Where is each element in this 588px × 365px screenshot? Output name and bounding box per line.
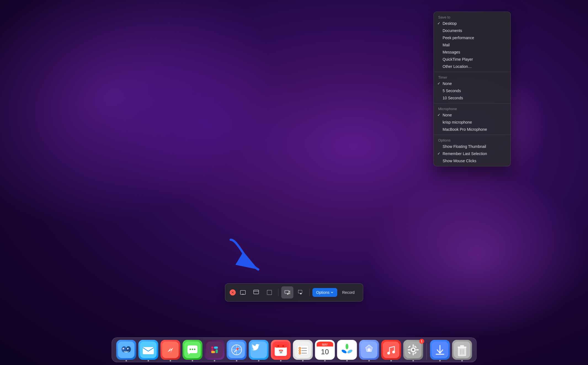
dock-app-spark[interactable]	[160, 340, 180, 360]
menu-item-mouse-clicks[interactable]: Show Mouse Clicks	[434, 157, 510, 164]
menu-item-floating-thumbnail[interactable]: Show Floating Thumbnail	[434, 143, 510, 150]
dock-separator	[426, 343, 427, 360]
svg-rect-11	[298, 290, 302, 293]
svg-rect-33	[215, 351, 218, 353]
dock-app-system-preferences[interactable]: 1	[403, 340, 423, 360]
svg-rect-77	[413, 353, 414, 355]
svg-rect-44	[275, 344, 287, 348]
record-selection-button[interactable]	[294, 286, 307, 299]
menu-item-messages[interactable]: Messages	[434, 49, 510, 56]
record-label: Record	[342, 290, 355, 295]
menu-item-other[interactable]: Other Location…	[434, 63, 510, 70]
options-button[interactable]: Options	[312, 288, 337, 297]
dock-app-calendar-red[interactable]: 📅	[271, 340, 291, 360]
dock-app-safari[interactable]	[227, 340, 246, 360]
options-label: Options	[316, 290, 329, 295]
svg-rect-6	[254, 290, 259, 294]
svg-rect-21	[143, 347, 154, 354]
svg-point-12	[300, 293, 301, 294]
svg-point-72	[392, 351, 395, 353]
microphone-header: Microphone	[434, 105, 510, 111]
svg-point-46	[282, 345, 284, 347]
dock-app-pixelmator[interactable]	[359, 340, 379, 360]
svg-rect-79	[416, 349, 419, 350]
svg-point-19	[128, 349, 129, 350]
save-to-header: Save to	[434, 14, 510, 20]
svg-point-71	[387, 352, 390, 355]
context-menu: Save to Desktop Documents Peek performan…	[433, 12, 511, 166]
dock-app-twitter[interactable]	[249, 340, 268, 360]
menu-item-remember[interactable]: Remember Last Selection	[434, 150, 510, 157]
close-button[interactable]	[230, 289, 236, 295]
separator-1	[434, 72, 510, 72]
dock-app-finder[interactable]	[116, 340, 136, 360]
menu-item-desktop[interactable]: Desktop	[434, 20, 510, 27]
menu-item-10sec[interactable]: 10 Seconds	[434, 94, 510, 102]
options-header: Options	[434, 137, 510, 143]
svg-text:10: 10	[321, 348, 329, 356]
record-screen-button[interactable]	[281, 286, 293, 299]
timer-header: Timer	[434, 74, 510, 80]
svg-rect-78	[408, 349, 410, 350]
svg-point-26	[194, 349, 195, 350]
separator-3	[434, 135, 510, 135]
toolbar-separator-2	[309, 289, 310, 296]
menu-item-mail[interactable]: Mail	[434, 41, 510, 49]
svg-rect-31	[215, 347, 218, 349]
svg-rect-35	[211, 351, 213, 353]
menu-item-mic-none[interactable]: None	[434, 111, 510, 119]
dock-app-slack[interactable]	[204, 340, 224, 360]
capture-window-button[interactable]	[250, 286, 262, 299]
screenshot-toolbar: Options Record	[225, 283, 363, 302]
svg-rect-70	[383, 342, 399, 358]
svg-point-75	[412, 349, 414, 351]
dock-app-reminders[interactable]	[293, 340, 313, 360]
settings-badge: 1	[419, 339, 424, 344]
svg-text:MAY: MAY	[322, 343, 328, 346]
toolbar-separator-1	[278, 289, 278, 296]
capture-screen-button[interactable]	[237, 286, 249, 299]
menu-item-peek[interactable]: Peek performance	[434, 34, 510, 41]
menu-item-timer-none[interactable]: None	[434, 80, 510, 87]
dock-app-trash[interactable]	[452, 340, 472, 360]
record-button[interactable]: Record	[338, 288, 358, 297]
dock-app-downloads[interactable]	[430, 340, 450, 360]
dock-app-messages[interactable]	[182, 340, 202, 360]
menu-item-quicktime[interactable]: QuickTime Player	[434, 56, 510, 63]
menu-item-documents[interactable]: Documents	[434, 27, 510, 34]
svg-point-25	[192, 349, 193, 350]
svg-rect-76	[413, 344, 414, 347]
svg-rect-9	[285, 291, 289, 294]
svg-point-69	[367, 348, 371, 351]
menu-item-macbook-mic[interactable]: MacBook Pro Microphone	[434, 126, 510, 133]
svg-point-18	[123, 349, 124, 350]
svg-rect-22	[162, 342, 179, 358]
menu-item-5sec[interactable]: 5 Seconds	[434, 87, 510, 94]
dock-app-photos[interactable]	[337, 340, 357, 360]
svg-text:📅: 📅	[278, 350, 283, 354]
menu-item-krisp[interactable]: krisp microphone	[434, 119, 510, 126]
svg-rect-27	[206, 342, 223, 358]
separator-2	[434, 103, 510, 103]
svg-rect-29	[211, 347, 213, 349]
dock-app-music[interactable]	[381, 340, 401, 360]
capture-selection-button[interactable]	[263, 286, 275, 299]
dock-app-mail[interactable]	[138, 340, 158, 360]
svg-point-24	[190, 349, 191, 350]
svg-point-10	[287, 294, 288, 295]
svg-rect-8	[267, 290, 272, 295]
dock-app-calendar[interactable]: MAY 10	[315, 340, 335, 360]
svg-point-65	[345, 344, 348, 349]
svg-point-45	[277, 345, 279, 347]
svg-rect-89	[460, 345, 464, 347]
dock: 📅 MAY 10	[111, 337, 477, 362]
